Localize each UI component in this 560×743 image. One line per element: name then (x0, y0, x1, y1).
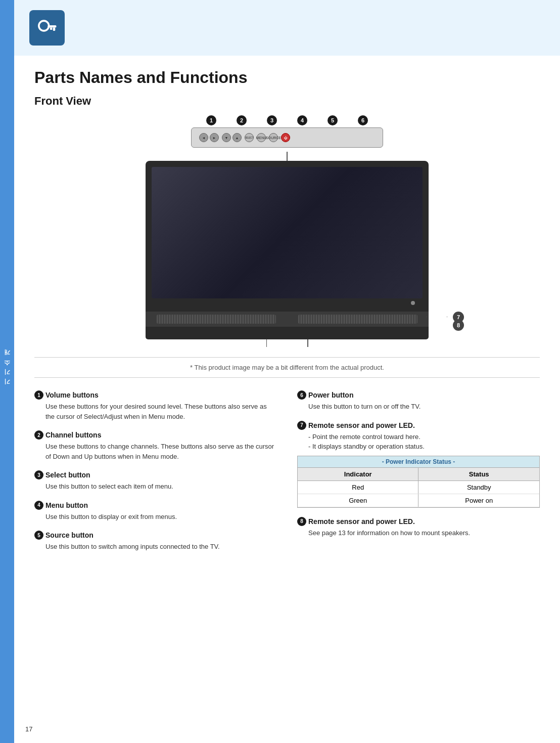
tv-stand (146, 312, 429, 327)
tv-screen (152, 167, 423, 298)
svg-rect-3 (50, 27, 52, 30)
desc-volume-title: 1 Volume buttons (34, 390, 277, 400)
badge-4: 4 (34, 501, 43, 510)
badge-7: 7 (297, 421, 306, 430)
base-connectors (115, 339, 459, 347)
desc-channel-title: 2 Channel buttons (34, 430, 277, 440)
speakers-text: See page 13 for information on how to mo… (308, 528, 540, 538)
source-title-text: Source button (45, 531, 94, 539)
svg-rect-2 (53, 27, 55, 30)
select-text: Use this button to select each item of m… (45, 482, 277, 492)
left-column: 1 Volume buttons Use these buttons for y… (34, 390, 277, 561)
power-indicator-title: - Power Indicator Status - (298, 456, 539, 468)
status-poweron: Power on (418, 494, 539, 507)
key-icon (29, 10, 65, 46)
svg-rect-1 (48, 25, 56, 28)
speakers-title-text: Remote sensor and power LED. (308, 517, 415, 526)
badge-3: 3 (34, 470, 43, 479)
callout-badge-3: 3 (267, 115, 277, 125)
disclaimer: * This product image may be a bit differ… (34, 357, 540, 378)
tv-body: 7 8 (146, 161, 429, 339)
page-title: Parts Names and Functions (34, 68, 540, 87)
svg-point-0 (38, 21, 49, 31)
button-strip: ◄ ► ▼ ▲ SELECT MENU SOURCE ⏻ (191, 127, 383, 148)
power-table-header-row: Indicator Status (298, 468, 539, 481)
key-icon-svg (36, 17, 59, 39)
desc-power: 6 Power button Use this button to turn o… (297, 390, 540, 412)
tv-base (146, 327, 429, 339)
right-column: 6 Power button Use this button to turn o… (297, 390, 540, 561)
col-indicator: Indicator (298, 468, 418, 481)
channel-buttons[interactable]: ▼ ▲ (222, 133, 242, 142)
section-title: Front View (34, 95, 540, 108)
sidebar: 기 기 소 개 (0, 0, 14, 743)
tv-diagram-inner: 1 2 3 4 5 6 ◄ ► ▼ ▲ SELECT (115, 115, 459, 347)
badge-2: 2 (34, 430, 43, 440)
callout-badge-5: 5 (328, 115, 338, 125)
descriptions: 1 Volume buttons Use these buttons for y… (34, 390, 540, 561)
callout-7-line (447, 317, 447, 317)
vol-up-btn[interactable]: ► (210, 133, 219, 142)
speaker-left (157, 315, 275, 324)
desc-channel: 2 Channel buttons Use these buttons to c… (34, 430, 277, 461)
channel-title-text: Channel buttons (45, 431, 101, 439)
desc-power-title: 6 Power button (297, 390, 540, 400)
power-title-text: Power button (308, 391, 353, 399)
desc-remote-sensor: 7 Remote sensor and power LED. - Point t… (297, 421, 540, 508)
source-btn[interactable]: SOURCE (269, 133, 278, 142)
tv-led (411, 301, 415, 305)
desc-volume: 1 Volume buttons Use these buttons for y… (34, 390, 277, 421)
select-title-text: Select button (45, 471, 90, 479)
menu-title-text: Menu button (45, 501, 88, 509)
desc-menu: 4 Menu button Use this button to display… (34, 501, 277, 522)
source-text: Use this button to switch among inputs c… (45, 542, 277, 552)
callout-badge-4: 4 (297, 115, 307, 125)
ch-down-btn[interactable]: ▼ (222, 133, 231, 142)
volume-text: Use these buttons for your desired sound… (45, 402, 277, 421)
desc-speakers: 8 Remote sensor and power LED. See page … (297, 517, 540, 538)
speaker-right (298, 315, 417, 324)
remote-title-text: Remote sensor and power LED. (308, 421, 415, 429)
indicator-green: Green (298, 494, 418, 507)
desc-menu-title: 4 Menu button (34, 501, 277, 510)
button-strip-wrapper: 1 2 3 4 5 6 ◄ ► ▼ ▲ SELECT (191, 115, 383, 148)
strip-numbers: 1 2 3 4 5 6 (191, 115, 383, 125)
top-icon-area (14, 0, 560, 56)
power-text: Use this button to turn on or off the TV… (308, 402, 540, 412)
badge-6: 6 (297, 390, 306, 400)
desc-source: 5 Source button Use this button to switc… (34, 531, 277, 552)
callout-badge-1: 1 (206, 115, 216, 125)
badge-1: 1 (34, 390, 43, 400)
power-indicator-box: - Power Indicator Status - Indicator Sta… (297, 456, 540, 508)
sidebar-text: 기 기 소 개 (3, 353, 12, 389)
remote-text: - Point the remote control toward here.-… (308, 432, 540, 452)
volume-title-text: Volume buttons (45, 391, 99, 399)
callout-badge-2: 2 (237, 115, 247, 125)
callout-badge-8: 8 (453, 320, 464, 331)
connector-strip-tv (115, 152, 459, 161)
power-row-green: Green Power on (298, 494, 539, 507)
connector-line-1 (287, 152, 288, 161)
base-line-right (307, 339, 308, 347)
page-number: 17 (25, 725, 32, 733)
tv-diagram: 1 2 3 4 5 6 ◄ ► ▼ ▲ SELECT (34, 115, 540, 347)
volume-buttons[interactable]: ◄ ► (199, 133, 219, 142)
menu-btn[interactable]: MENU (257, 133, 266, 142)
base-line-left (266, 339, 267, 347)
ch-up-btn[interactable]: ▲ (232, 133, 242, 142)
vol-down-btn[interactable]: ◄ (199, 133, 208, 142)
desc-speakers-title: 8 Remote sensor and power LED. (297, 517, 540, 526)
menu-text: Use this button to display or exit from … (45, 512, 277, 522)
power-row-red: Red Standby (298, 480, 539, 494)
indicator-red: Red (298, 480, 418, 494)
badge-8: 8 (297, 517, 306, 526)
power-btn[interactable]: ⏻ (281, 133, 290, 142)
col-status: Status (418, 468, 539, 481)
callout-badge-6: 6 (358, 115, 368, 125)
main-content: Parts Names and Functions Front View 1 2… (14, 56, 560, 581)
select-btn[interactable]: SELECT (245, 133, 254, 142)
status-standby: Standby (418, 480, 539, 494)
desc-remote-title: 7 Remote sensor and power LED. (297, 421, 540, 430)
badge-5: 5 (34, 531, 43, 540)
desc-select-title: 3 Select button (34, 470, 277, 479)
